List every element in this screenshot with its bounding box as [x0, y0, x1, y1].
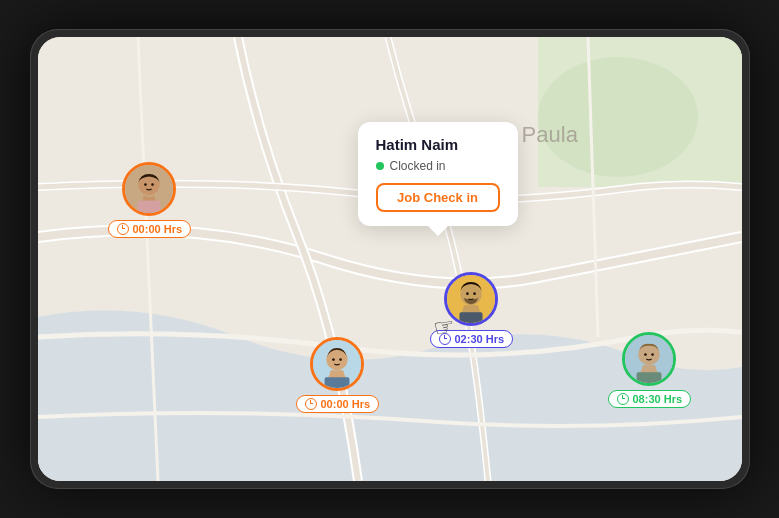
svg-point-7 — [151, 183, 154, 186]
svg-point-6 — [144, 183, 147, 186]
device-frame: Santa Paula Hatim Naim Clocked in Job Ch… — [30, 29, 750, 489]
popup-status-row: Clocked in — [376, 159, 500, 173]
svg-point-17 — [339, 358, 342, 361]
status-indicator-dot — [376, 162, 384, 170]
svg-point-2 — [538, 57, 698, 177]
clock-icon-3 — [305, 398, 317, 410]
popup-status-text: Clocked in — [390, 159, 446, 173]
cursor-pointer: ☞ — [430, 311, 457, 342]
time-badge-3: 00:00 Hrs — [296, 395, 380, 413]
avatar-image-4 — [622, 332, 676, 386]
avatar-marker-3[interactable]: 00:00 Hrs — [296, 337, 380, 413]
clock-icon-4 — [617, 393, 629, 405]
svg-rect-13 — [460, 312, 483, 323]
svg-rect-18 — [325, 377, 350, 388]
svg-rect-8 — [138, 201, 161, 213]
svg-point-12 — [473, 292, 476, 295]
map-background: Santa Paula — [38, 37, 742, 481]
time-value-4: 08:30 Hrs — [633, 393, 683, 405]
avatar-image-3 — [310, 337, 364, 391]
time-value-2: 02:30 Hrs — [455, 333, 505, 345]
svg-rect-23 — [637, 372, 662, 383]
map-container: Santa Paula Hatim Naim Clocked in Job Ch… — [38, 37, 742, 481]
time-badge-4: 08:30 Hrs — [608, 390, 692, 408]
time-value-1: 00:00 Hrs — [133, 223, 183, 235]
user-popup: Hatim Naim Clocked in Job Check in — [358, 122, 518, 226]
svg-point-11 — [466, 292, 469, 295]
avatar-marker-1[interactable]: 00:00 Hrs — [108, 162, 192, 238]
avatar-image-1 — [122, 162, 176, 216]
svg-point-21 — [644, 353, 647, 356]
svg-point-22 — [651, 353, 654, 356]
popup-user-name: Hatim Naim — [376, 136, 500, 153]
clock-icon-1 — [117, 223, 129, 235]
time-badge-1: 00:00 Hrs — [108, 220, 192, 238]
job-check-in-button[interactable]: Job Check in — [376, 183, 500, 212]
svg-point-16 — [332, 358, 335, 361]
time-value-3: 00:00 Hrs — [321, 398, 371, 410]
avatar-marker-4[interactable]: 08:30 Hrs — [608, 332, 692, 408]
